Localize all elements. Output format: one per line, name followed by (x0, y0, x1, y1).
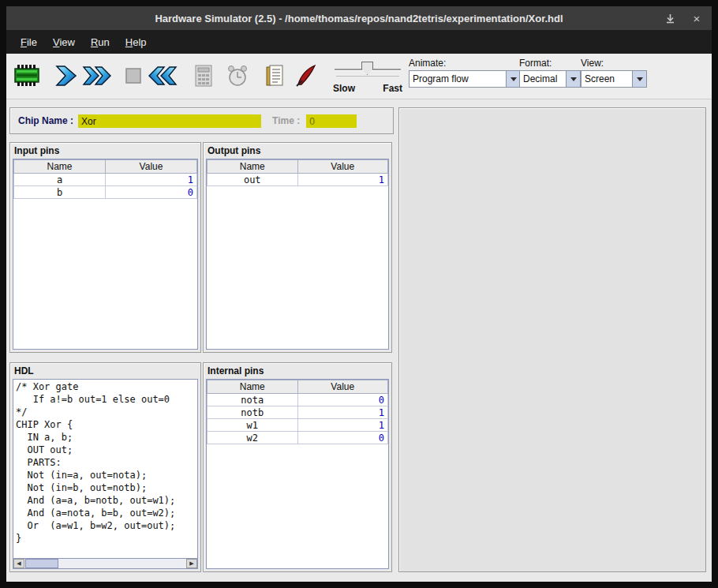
calculator-button[interactable] (186, 58, 221, 94)
run-icon (82, 65, 112, 87)
minimize-icon[interactable] (663, 11, 677, 25)
menu-help[interactable]: Help (118, 32, 155, 52)
load-chip-button[interactable] (9, 58, 44, 94)
view-select[interactable]: Screen (581, 70, 647, 88)
format-group: Format: Decimal (519, 58, 581, 88)
clock-icon (226, 64, 249, 88)
slow-label: Slow (333, 83, 355, 94)
speed-slider[interactable]: Slow Fast (333, 58, 402, 95)
scroll-right-icon[interactable]: ▶ (186, 559, 197, 568)
animate-dropdown-button[interactable] (506, 71, 520, 87)
hdl-title: HDL (10, 363, 200, 377)
table-row: a 1 (14, 174, 197, 186)
time-label: Time : (272, 115, 300, 126)
pin-value: 0 (297, 432, 388, 444)
table-row: notb 1 (208, 406, 388, 419)
column-header-name: Name (208, 380, 298, 394)
stop-icon (124, 66, 143, 85)
calculator-icon (193, 64, 214, 88)
pin-name: nota (208, 394, 298, 406)
slider-thumb[interactable] (361, 62, 373, 75)
run-button[interactable] (80, 58, 114, 94)
hdl-horizontal-scrollbar[interactable]: ◀ ▶ (13, 558, 198, 569)
hdl-code-view: /* Xor gate If a!=b out=1 else out=0 */ … (13, 379, 198, 558)
pin-name: notb (208, 406, 298, 419)
slider-labels: Slow Fast (333, 83, 402, 94)
pin-value: 0 (297, 394, 388, 406)
fast-label: Fast (383, 83, 402, 94)
chevron-down-icon (570, 77, 577, 81)
animate-select[interactable]: Program flow (409, 70, 521, 88)
scroll-left-icon[interactable]: ◀ (13, 559, 24, 568)
pin-name: a (14, 174, 106, 186)
pin-name: w2 (208, 432, 298, 444)
chip-name-label: Chip Name : (18, 115, 73, 126)
column-header-value: Value (297, 160, 388, 174)
format-label: Format: (519, 58, 581, 69)
toolbar: Slow Fast Animate: Program flow Format: … (6, 54, 712, 99)
pin-value: 1 (297, 406, 388, 419)
pin-value[interactable]: 0 (106, 186, 197, 199)
output-pins-title: Output pins (204, 143, 391, 157)
window-controls: × (663, 6, 704, 30)
close-icon[interactable]: × (690, 11, 704, 25)
screen-view-panel (398, 107, 706, 572)
single-step-button[interactable] (49, 58, 84, 94)
format-dropdown-button[interactable] (566, 71, 580, 87)
input-pins-title: Input pins (10, 143, 200, 157)
quill-icon (294, 64, 317, 88)
slider-ticks (336, 76, 399, 77)
scrollbar-thumb[interactable] (25, 559, 58, 568)
main-content: Chip Name : Xor Time : 0 Input pins Name… (6, 99, 712, 582)
script-icon (264, 64, 285, 88)
animate-group: Animate: Program flow (409, 58, 521, 88)
menu-run[interactable]: Run (83, 32, 118, 52)
column-header-value: Value (297, 380, 388, 394)
time-field: 0 (306, 114, 357, 128)
hdl-panel: HDL /* Xor gate If a!=b out=1 else out=0… (9, 362, 201, 572)
scrollbar-track[interactable] (24, 559, 186, 568)
chip-name-bar: Chip Name : Xor Time : 0 (9, 107, 394, 134)
single-step-icon (54, 65, 78, 87)
format-value: Decimal (520, 71, 566, 87)
reset-icon (148, 65, 178, 87)
pin-name: w1 (208, 419, 298, 432)
view-dropdown-button[interactable] (632, 71, 646, 87)
paint-button[interactable] (288, 58, 323, 94)
column-header-name: Name (208, 160, 298, 174)
output-pins-table: Name Value out 1 (206, 159, 389, 350)
window-title: Hardware Simulator (2.5) - /home/thomas/… (155, 13, 563, 24)
app-window: Hardware Simulator (2.5) - /home/thomas/… (6, 6, 712, 582)
pin-value[interactable]: 1 (106, 174, 197, 186)
titlebar: Hardware Simulator (2.5) - /home/thomas/… (6, 6, 712, 30)
animate-value: Program flow (409, 71, 506, 87)
table-row: out 1 (208, 174, 388, 186)
pin-value: 1 (297, 419, 388, 432)
menu-file[interactable]: File (13, 32, 45, 52)
chevron-down-icon (510, 77, 517, 81)
view-value: Screen (582, 71, 632, 87)
column-header-value: Value (106, 160, 197, 174)
view-label: View: (581, 58, 647, 69)
table-row: w1 1 (208, 419, 388, 432)
input-pins-table: Name Value a 1 b 0 (13, 159, 198, 350)
column-header-name: Name (14, 160, 106, 174)
internal-pins-title: Internal pins (204, 363, 391, 377)
pin-name: b (14, 186, 106, 199)
chip-name-field: Xor (78, 114, 261, 128)
table-row: w2 0 (208, 432, 388, 444)
format-select[interactable]: Decimal (519, 70, 581, 88)
output-pins-panel: Output pins Name Value out 1 (203, 142, 392, 353)
menubar: File View Run Help (6, 30, 712, 54)
table-row: b 0 (14, 186, 197, 199)
table-row: nota 0 (208, 394, 388, 406)
internal-pins-table: Name Value nota 0 notb 1 w1 (206, 379, 389, 569)
view-group: View: Screen (581, 58, 647, 88)
pin-name: out (208, 174, 298, 186)
internal-pins-panel: Internal pins Name Value nota 0 notb (203, 362, 392, 572)
reset-button[interactable] (145, 58, 180, 94)
menu-view[interactable]: View (45, 32, 83, 52)
view-hdl-button[interactable] (257, 58, 292, 94)
chip-icon (13, 64, 41, 88)
clock-button[interactable] (220, 58, 255, 94)
